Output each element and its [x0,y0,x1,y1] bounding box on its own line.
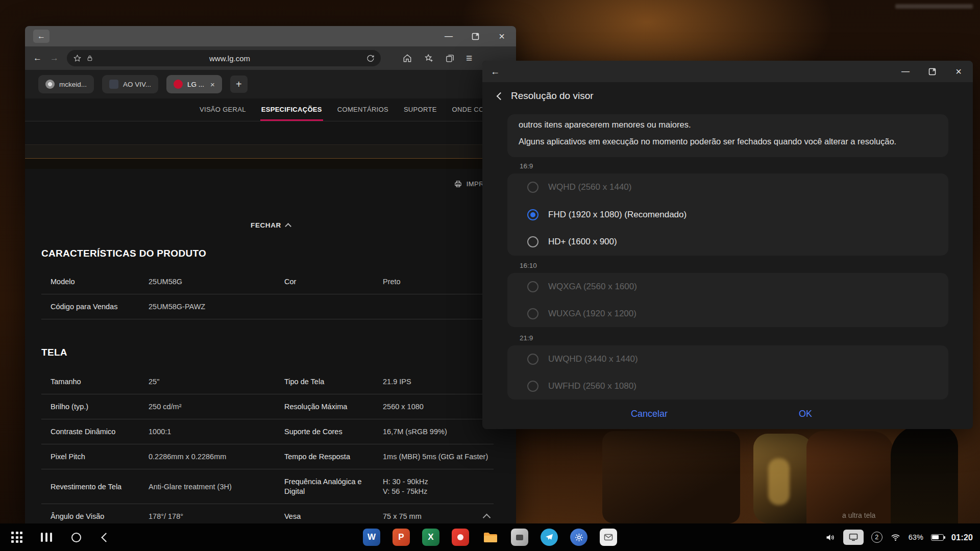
nav-forward-button[interactable]: → [50,53,59,63]
minimize-button[interactable]: — [443,30,455,42]
maximize-icon [928,68,936,76]
resolution-option-hd-plus[interactable]: HD+ (1600 x 900) [507,228,948,256]
maximize-button[interactable] [926,65,938,78]
speaker-icon[interactable] [825,532,836,543]
ok-button[interactable]: OK [765,403,846,424]
tab-3-favicon-lg [174,80,183,89]
window-back-button[interactable]: ← [33,30,50,43]
resolution-option-label: FHD (980 x 551) (Recomendado) [548,210,687,220]
tabs-icon[interactable] [445,54,455,63]
taskbar-apps: W P X [363,523,617,551]
settings-window-back-button[interactable]: ← [491,66,506,77]
resolution-option-label: WQHD (2560 x 1440) [548,182,631,192]
maximize-button[interactable] [469,30,481,42]
spec-value: H: 30 - 90kHz V: 56 - 75kHz [383,477,428,496]
spec-row: Pixel Pitch 0.2286mm x 0.2286mm Tempo de… [41,444,494,469]
spec-label: Pixel Pitch [51,452,85,462]
close-button[interactable]: × [952,65,965,78]
description-line-1: outros itens aparecerem menores ou maior… [519,120,937,130]
apps-grid-button[interactable] [10,531,23,544]
tab-2-label: AO VIV... [123,81,151,88]
tab-1[interactable]: mckeid... [38,75,94,93]
corner-watermark [895,4,973,9]
back-chevron-icon[interactable] [497,92,505,100]
bookmark-star-icon[interactable] [73,54,82,63]
spec-label: Tipo de Tela [284,377,381,387]
battery-percentage: 63% [909,533,923,541]
add-favorite-icon[interactable] [424,53,434,63]
spec-label: Cor [284,277,381,287]
tab-3-label: LG ... [187,81,204,88]
spec-label: Contraste Dinâmico [51,427,115,437]
home-icon[interactable] [402,53,412,63]
wallpaper-hair-shape [891,425,958,523]
resolution-group-21-9: UWQHD (3440 x 1440) UWFHD (2560 x 1080) [507,345,948,399]
gray-app-glyph [516,535,523,540]
radio-button [527,354,538,365]
tab-3-active[interactable]: LG ... × [166,75,222,93]
spec-label: Ângulo de Visão [51,512,104,521]
telegram-app-icon[interactable] [541,529,558,546]
resolution-option-uwfhd: UWFHD (2560 x 1080) [507,372,948,399]
close-button[interactable]: × [496,30,508,42]
recents-button[interactable] [40,531,53,544]
nav-suporte[interactable]: SUPORTE [403,106,438,121]
wallpaper-caption: a ultra tela [842,511,875,519]
taskbar: W P X 2 63% [0,523,980,551]
browser-address-bar: ← → www.lg.com ≡ [25,46,516,70]
radio-button [527,182,538,193]
email-app-icon[interactable] [600,529,617,546]
spec-value: 250 cd/m² [149,402,181,412]
back-button[interactable] [99,531,112,544]
nav-comentarios[interactable]: COMENTÁRIOS [336,106,389,121]
group-label-21-9: 21:9 [520,334,533,342]
fechar-button[interactable]: FECHAR [251,221,290,229]
spec-value: Anti-Glare treatment (3H) [149,482,232,491]
resolution-option-wqxga: WQXGA (2560 x 1600) [507,273,948,300]
url-field[interactable]: www.lg.com [67,50,381,66]
settings-app-icon[interactable] [570,529,587,546]
taskbar-status: 2 63% 01:20 [825,523,973,551]
files-app-icon[interactable] [481,529,499,546]
tab-close-icon[interactable]: × [210,80,215,89]
spec-label: Tempo de Resposta [284,452,381,462]
radio-button [527,381,538,392]
nav-especificacoes[interactable]: ESPECIFICAÇÕES [260,106,323,121]
menu-icon[interactable]: ≡ [466,52,472,64]
red-app-icon[interactable] [452,529,469,546]
clock[interactable]: 01:20 [951,533,973,542]
resolution-description-panel: outros itens aparecerem menores ou maior… [507,114,948,157]
minimize-button[interactable]: — [899,65,912,78]
excel-app-icon[interactable]: X [422,529,439,546]
wifi-icon[interactable] [890,533,901,542]
tab-2[interactable]: AO VIV... [102,75,158,93]
nav-back-button[interactable]: ← [33,53,42,63]
cancel-button[interactable]: Cancelar [608,403,690,424]
back-chevron-icon [101,533,110,542]
new-tab-button[interactable]: + [230,76,248,93]
gray-app-icon[interactable] [511,529,528,546]
radio-button [527,236,538,247]
refresh-icon[interactable] [366,54,375,63]
plus-icon: + [236,79,242,90]
resolution-option-fhd-selected[interactable]: FHD (980 x 551) (Recomendado) [507,201,948,229]
section-title-tela: TELA [41,347,67,358]
resolution-group-16-9: WQHD (2560 x 1440) FHD (980 x 551) (Re… [507,173,948,256]
fechar-label: FECHAR [251,221,281,229]
description-line-2: Alguns aplicativos em execução no moment… [519,137,937,146]
spec-value: Preto [383,277,401,287]
resolution-option-label: WQXGA (2560 x 1600) [548,282,637,292]
red-app-glyph [457,534,463,540]
notification-count-badge[interactable]: 2 [871,532,883,543]
paper-plane-icon [545,533,554,542]
spec-value: 21.9 IPS [383,377,411,387]
home-button[interactable] [69,531,83,544]
product-page-nav: VISÃO GERAL ESPECIFICAÇÕES COMENTÁRIOS S… [25,98,516,121]
nav-visao-geral[interactable]: VISÃO GERAL [199,106,247,121]
word-app-icon[interactable]: W [363,529,380,546]
powerpoint-app-icon[interactable]: P [393,529,410,546]
resolution-option-wqhd: WQHD (2560 x 1440) [507,173,948,201]
close-icon: × [499,31,505,41]
screen-share-indicator[interactable] [843,530,864,545]
radio-button-selected [527,209,538,220]
